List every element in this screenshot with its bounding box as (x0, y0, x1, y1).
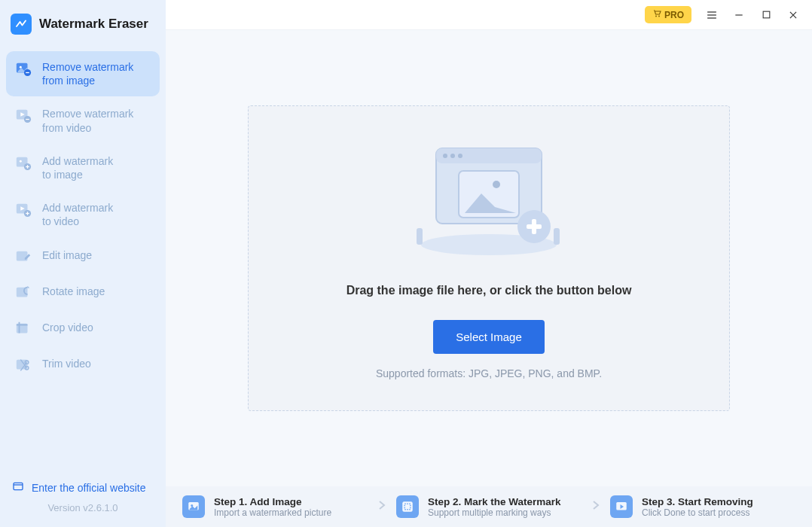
nav-label: Add watermark to image (42, 154, 113, 181)
step-sub: Support multiple marking ways (428, 507, 561, 518)
dropzone-illustration-icon (406, 138, 572, 258)
close-button[interactable] (786, 8, 800, 22)
svg-rect-23 (14, 483, 23, 489)
content: Drag the image file here, or click the b… (166, 30, 812, 486)
svg-rect-7 (26, 119, 29, 120)
nav-label: Crop video (42, 321, 93, 334)
supported-formats: Supported formats: JPG, JPEG, PNG, and B… (376, 367, 602, 379)
video-remove-icon (15, 107, 32, 123)
nav-item-add-watermark-video[interactable]: Add watermark to video (6, 192, 160, 237)
logo-row: Watermark Eraser (0, 0, 166, 51)
svg-point-31 (458, 154, 462, 158)
select-image-button[interactable]: Select Image (433, 320, 545, 354)
chevron-right-icon (588, 500, 604, 513)
svg-rect-12 (26, 166, 29, 167)
nav-item-trim-video[interactable]: Trim video (6, 348, 160, 382)
step-mark-icon (396, 495, 419, 518)
dropzone[interactable]: Drag the image file here, or click the b… (248, 105, 730, 411)
version-label: Version v2.6.1.0 (47, 502, 118, 513)
dropzone-prompt: Drag the image file here, or click the b… (346, 284, 632, 297)
step-1: Step 1. Add Image Import a watermarked p… (182, 495, 368, 518)
nav-label: Remove watermark from video (42, 107, 133, 134)
nav-item-crop-video[interactable]: Crop video (6, 312, 160, 346)
nav-item-add-watermark-image[interactable]: Add watermark to image (6, 145, 160, 190)
trim-icon (15, 357, 32, 373)
edit-image-icon (15, 248, 32, 265)
sidebar-footer: Enter the official website Version v2.6.… (0, 470, 166, 527)
svg-rect-39 (527, 224, 542, 229)
official-website-link[interactable]: Enter the official website (9, 480, 146, 495)
svg-point-25 (658, 16, 660, 17)
main: PRO (166, 0, 812, 527)
official-website-label: Enter the official website (32, 482, 146, 494)
step-title: Step 3. Start Removing (642, 496, 753, 507)
svg-rect-42 (402, 501, 413, 512)
svg-point-41 (191, 504, 193, 507)
nav: Remove watermark from image Remove water… (0, 51, 166, 470)
step-title: Step 1. Add Image (214, 496, 331, 507)
step-add-image-icon (182, 495, 205, 518)
nav-label: Rotate image (42, 285, 105, 298)
external-link-icon (12, 480, 24, 495)
svg-rect-18 (17, 287, 28, 297)
nav-item-rotate-image[interactable]: Rotate image (6, 276, 160, 310)
step-start-icon (610, 495, 633, 518)
image-remove-icon (15, 60, 32, 77)
nav-item-remove-watermark-video[interactable]: Remove watermark from video (6, 98, 160, 143)
maximize-button[interactable] (759, 8, 773, 22)
svg-rect-36 (554, 228, 560, 245)
svg-point-9 (20, 160, 22, 162)
rotate-icon (15, 285, 32, 301)
sidebar: Watermark Eraser Remove watermark from i… (0, 0, 166, 527)
svg-point-2 (20, 66, 22, 69)
svg-rect-26 (763, 11, 770, 18)
menu-button[interactable] (705, 8, 719, 22)
nav-label: Remove watermark from image (42, 60, 133, 87)
nav-label: Edit image (42, 248, 92, 262)
svg-rect-4 (26, 72, 29, 73)
nav-label: Trim video (42, 357, 91, 370)
step-3: Step 3. Start Removing Click Done to sta… (610, 495, 795, 518)
crop-icon (15, 321, 32, 337)
step-sub: Import a watermarked picture (214, 507, 331, 518)
nav-item-edit-image[interactable]: Edit image (6, 239, 160, 274)
image-add-icon (15, 154, 32, 171)
video-add-icon (15, 201, 32, 218)
step-sub: Click Done to start process (642, 507, 753, 518)
svg-point-33 (493, 181, 500, 188)
cart-icon (652, 9, 661, 20)
app-logo-icon (11, 14, 32, 35)
pro-button[interactable]: PRO (645, 6, 691, 23)
step-title: Step 2. Mark the Watermark (428, 496, 561, 507)
svg-point-24 (655, 16, 657, 17)
pro-label: PRO (664, 10, 684, 20)
nav-label: Add watermark to video (42, 201, 113, 228)
chevron-right-icon (374, 500, 390, 513)
steps-bar: Step 1. Add Image Import a watermarked p… (166, 486, 812, 527)
svg-point-29 (443, 154, 447, 158)
app-title: Watermark Eraser (39, 17, 148, 32)
svg-point-30 (450, 154, 455, 158)
minimize-button[interactable] (732, 8, 746, 22)
topbar: PRO (166, 0, 812, 30)
svg-rect-16 (26, 213, 29, 214)
svg-rect-35 (417, 228, 423, 245)
step-2: Step 2. Mark the Watermark Support multi… (396, 495, 582, 518)
nav-item-remove-watermark-image[interactable]: Remove watermark from image (6, 51, 160, 96)
